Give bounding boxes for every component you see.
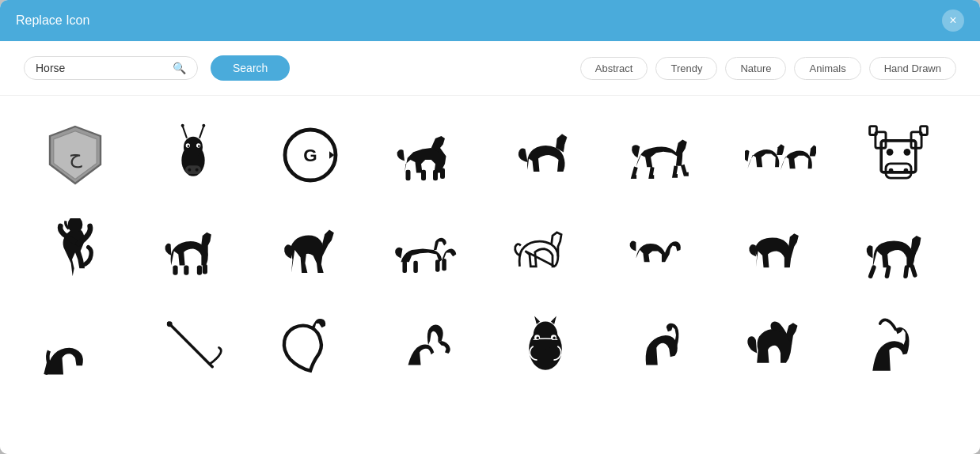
icon-item[interactable] xyxy=(377,112,480,199)
svg-point-15 xyxy=(195,168,198,172)
icon-item[interactable] xyxy=(142,301,245,388)
svg-point-51 xyxy=(553,337,555,339)
svg-point-32 xyxy=(903,149,910,156)
svg-rect-40 xyxy=(435,259,440,271)
icon-item[interactable] xyxy=(494,206,597,293)
icon-item[interactable] xyxy=(377,206,480,293)
svg-rect-35 xyxy=(184,265,188,274)
icon-item[interactable] xyxy=(729,206,832,293)
icon-item[interactable] xyxy=(259,206,362,293)
svg-rect-27 xyxy=(920,127,927,135)
icon-item[interactable] xyxy=(24,301,127,388)
icon-item[interactable] xyxy=(847,301,950,388)
svg-rect-34 xyxy=(173,265,177,274)
svg-marker-46 xyxy=(534,316,540,323)
svg-rect-38 xyxy=(402,261,407,273)
svg-rect-37 xyxy=(202,264,207,274)
svg-line-42 xyxy=(168,323,211,366)
filter-abstract[interactable]: Abstract xyxy=(580,57,648,80)
svg-marker-47 xyxy=(551,316,556,323)
filter-animals[interactable]: Animals xyxy=(794,57,860,80)
icon-item[interactable] xyxy=(259,301,362,388)
svg-point-29 xyxy=(888,168,893,173)
close-button[interactable]: × xyxy=(942,9,964,32)
svg-rect-39 xyxy=(413,261,418,273)
icon-item[interactable] xyxy=(612,301,715,388)
svg-rect-19 xyxy=(405,170,410,181)
icon-item[interactable] xyxy=(24,206,127,293)
svg-rect-41 xyxy=(442,259,446,271)
icon-item[interactable] xyxy=(729,301,832,388)
filter-tags: Abstract Trendy Nature Animals Hand Draw… xyxy=(580,57,956,80)
icon-grid-container: ح xyxy=(0,96,980,454)
svg-rect-26 xyxy=(869,127,876,135)
icon-grid: ح xyxy=(24,112,956,388)
icon-item[interactable] xyxy=(377,301,480,388)
filter-trendy[interactable]: Trendy xyxy=(655,57,717,80)
icon-item[interactable] xyxy=(494,301,597,388)
search-icon: 🔍 xyxy=(173,62,186,74)
dialog-header: Replace Icon × xyxy=(0,0,980,41)
search-input[interactable] xyxy=(36,62,166,74)
filter-hand-drawn[interactable]: Hand Drawn xyxy=(869,57,956,80)
svg-point-7 xyxy=(180,124,184,127)
search-button[interactable]: Search xyxy=(211,55,290,81)
dialog-title: Replace Icon xyxy=(16,13,89,28)
svg-point-31 xyxy=(886,149,893,156)
svg-point-12 xyxy=(198,145,200,147)
icon-item[interactable] xyxy=(494,112,597,199)
svg-text:ح: ح xyxy=(69,145,82,168)
svg-point-43 xyxy=(166,321,172,327)
svg-line-6 xyxy=(199,126,203,138)
svg-rect-20 xyxy=(421,170,426,181)
icon-item[interactable] xyxy=(612,206,715,293)
icon-item[interactable] xyxy=(612,112,715,199)
icon-item[interactable] xyxy=(142,206,245,293)
svg-text:G: G xyxy=(303,146,317,165)
svg-point-30 xyxy=(903,168,908,173)
icon-item[interactable] xyxy=(729,112,832,199)
filter-nature[interactable]: Nature xyxy=(725,57,786,80)
svg-point-14 xyxy=(188,168,191,172)
svg-point-8 xyxy=(202,124,205,127)
icon-item[interactable]: ح xyxy=(24,112,127,199)
svg-point-50 xyxy=(537,337,539,339)
icon-item[interactable] xyxy=(847,112,950,199)
icon-item[interactable]: G xyxy=(259,112,362,199)
svg-rect-36 xyxy=(196,265,201,274)
svg-rect-22 xyxy=(440,168,445,180)
icon-item[interactable] xyxy=(142,112,245,199)
replace-icon-dialog: Replace Icon × 🔍 Search Abstract Trendy … xyxy=(0,0,980,454)
svg-rect-13 xyxy=(185,165,201,174)
svg-rect-21 xyxy=(433,170,438,181)
svg-point-11 xyxy=(187,145,189,147)
search-box: 🔍 xyxy=(24,56,198,80)
dialog-toolbar: 🔍 Search Abstract Trendy Nature Animals … xyxy=(0,41,980,96)
icon-item[interactable] xyxy=(847,206,950,293)
svg-line-5 xyxy=(182,126,186,138)
